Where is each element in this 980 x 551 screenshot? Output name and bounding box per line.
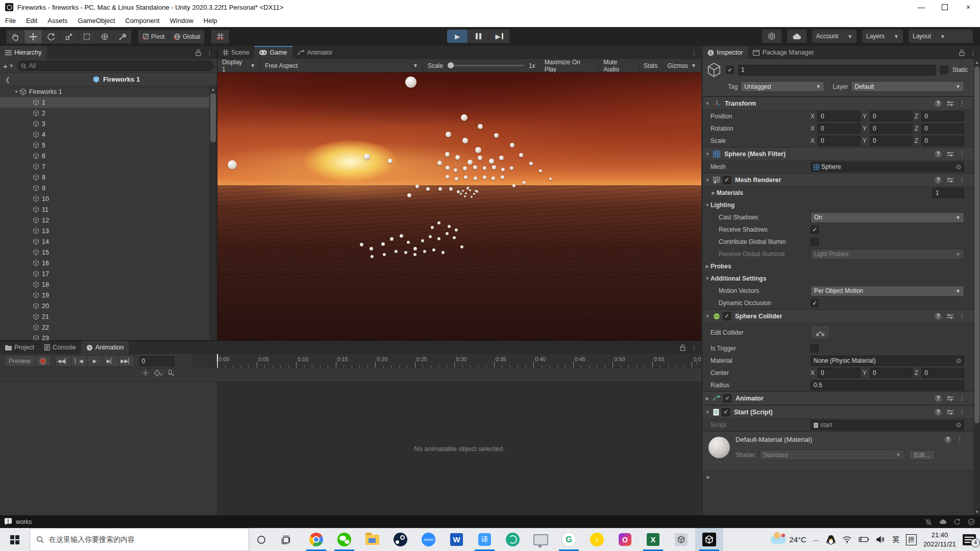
- game-toolbar-maximize-on-play[interactable]: Maximize On Play: [540, 59, 599, 72]
- start-script-header[interactable]: ▼ ✓ Start (Script) ? ⋮: [702, 405, 980, 419]
- hierarchy-item-6[interactable]: 6: [0, 151, 217, 161]
- hierarchy-item-18[interactable]: 18: [0, 279, 217, 290]
- presets-icon[interactable]: [947, 177, 953, 183]
- prev-key-button[interactable]: ▏◀: [71, 355, 87, 367]
- hierarchy-item-11[interactable]: 11: [0, 204, 217, 215]
- scale-y-field[interactable]: 0: [870, 136, 913, 146]
- component-menu-icon[interactable]: ⋮: [959, 312, 965, 320]
- component-menu-icon[interactable]: ⋮: [959, 150, 965, 158]
- hierarchy-item-19[interactable]: 19: [0, 290, 217, 300]
- taskbar-clock[interactable]: 21:40 2022/11/21: [923, 531, 956, 548]
- game-viewport[interactable]: [217, 72, 701, 340]
- taskbar-app-unityeditor[interactable]: [695, 528, 723, 551]
- radius-field[interactable]: 0.5: [811, 380, 964, 390]
- notifications-muted-icon[interactable]: [925, 518, 932, 525]
- transform-header[interactable]: ▼ Transform ? ⋮: [702, 96, 980, 110]
- animator-header[interactable]: ▶ ✓ Animator ? ⋮: [702, 391, 980, 405]
- tab-package-manager[interactable]: Package Manager: [748, 46, 819, 59]
- help-icon[interactable]: ?: [944, 436, 951, 443]
- battery-icon[interactable]: [859, 536, 870, 543]
- wifi-icon[interactable]: [842, 536, 852, 543]
- lock-icon[interactable]: [680, 344, 685, 351]
- help-icon[interactable]: ?: [935, 177, 942, 184]
- mesh-object-field[interactable]: Sphere ⊙: [811, 162, 964, 172]
- presets-icon[interactable]: [947, 313, 953, 319]
- taskbar-app-unityhub[interactable]: [667, 528, 695, 551]
- scale-slider[interactable]: [448, 65, 524, 66]
- goto-start-button[interactable]: ◀◀▏: [55, 355, 71, 367]
- hierarchy-item-5[interactable]: 5: [0, 140, 217, 151]
- minimize-button[interactable]: —: [910, 0, 933, 14]
- tab-scene[interactable]: Scene: [217, 46, 254, 59]
- layer-dropdown[interactable]: Default▼: [851, 81, 964, 92]
- taskbar-app-qqmusic[interactable]: ♪: [583, 528, 611, 551]
- ime-pinyin-indicator[interactable]: 拼: [906, 534, 917, 545]
- refresh-icon[interactable]: [954, 518, 961, 525]
- hierarchy-item-14[interactable]: 14: [0, 236, 217, 247]
- record-button[interactable]: [35, 355, 51, 367]
- cloud-collab-button[interactable]: [787, 30, 806, 43]
- rotation-y-field[interactable]: 0: [870, 123, 913, 134]
- scrollbar-thumb[interactable]: [974, 66, 979, 423]
- menu-assets[interactable]: Assets: [42, 14, 72, 27]
- hierarchy-item-8[interactable]: 8: [0, 172, 217, 183]
- script-enabled-checkbox[interactable]: ✓: [722, 408, 730, 416]
- materials-count-field[interactable]: 1: [933, 188, 964, 198]
- menu-file[interactable]: File: [0, 14, 21, 27]
- timeline-ruler[interactable]: ⋮ 0:000:050:100:150:200:250:300:350:400:…: [193, 354, 701, 368]
- taskbar-app-excel[interactable]: X: [639, 528, 667, 551]
- collider-enabled-checkbox[interactable]: ✓: [723, 312, 731, 320]
- taskbar-app-snip[interactable]: [527, 528, 555, 551]
- move-tool-button[interactable]: [24, 30, 42, 44]
- object-picker-icon[interactable]: ⊙: [956, 421, 961, 429]
- anim-play-button[interactable]: ▶: [87, 355, 103, 367]
- position-y-field[interactable]: 0: [870, 111, 913, 121]
- tab-game[interactable]: Game: [254, 46, 292, 59]
- preview-toggle[interactable]: Preview: [4, 355, 35, 367]
- game-toolbar-stats[interactable]: Stats: [639, 59, 663, 72]
- hierarchy-item-17[interactable]: 17: [0, 268, 217, 279]
- taskbar-app-explorer[interactable]: [358, 528, 386, 551]
- tab-animator[interactable]: Animator: [292, 46, 338, 59]
- animator-enabled-checkbox[interactable]: ✓: [723, 394, 731, 403]
- tag-dropdown[interactable]: Untagged▼: [741, 81, 824, 92]
- collab-status-icon[interactable]: [939, 519, 947, 524]
- transform-tool-button[interactable]: [95, 30, 113, 44]
- aspect-dropdown[interactable]: Free Aspect▼: [260, 59, 423, 72]
- foldout-icon[interactable]: ▼: [704, 410, 710, 415]
- receive-gi-dropdown[interactable]: Light Probes▼: [811, 249, 964, 260]
- create-object-button[interactable]: + ▼: [3, 62, 14, 70]
- taskbar-app-chrome[interactable]: [302, 528, 330, 551]
- component-menu-icon[interactable]: ⋮: [959, 408, 965, 416]
- tab-console[interactable]: Console: [39, 341, 81, 354]
- active-checkbox[interactable]: ✓: [726, 66, 734, 74]
- hierarchy-root-item[interactable]: ▼ Fireworks 1: [0, 86, 217, 97]
- shader-dropdown[interactable]: Standard▼: [760, 449, 904, 460]
- pivot-toggle[interactable]: Pivot: [138, 30, 169, 44]
- hierarchy-item-16[interactable]: 16: [0, 258, 217, 268]
- probes-foldout[interactable]: ▶ Probes: [702, 260, 980, 272]
- is-trigger-checkbox[interactable]: [811, 344, 819, 353]
- taskbar-app-wechat[interactable]: [330, 528, 358, 551]
- taskbar-app-opera[interactable]: O: [611, 528, 639, 551]
- hierarchy-item-12[interactable]: 12: [0, 215, 217, 226]
- tray-expand-icon[interactable]: ︿: [813, 535, 820, 544]
- component-menu-icon[interactable]: ⋮: [959, 176, 965, 184]
- hierarchy-scrollbar[interactable]: ▲: [209, 86, 217, 340]
- layout-dropdown[interactable]: Layout▼: [909, 30, 973, 43]
- taskbar-app-grammarly[interactable]: G: [555, 528, 583, 551]
- component-menu-icon[interactable]: ⋮: [959, 99, 965, 107]
- presets-icon[interactable]: [947, 101, 953, 107]
- taskbar-app-zoom[interactable]: zoom: [414, 528, 443, 551]
- rotation-x-field[interactable]: 0: [818, 123, 861, 134]
- hand-tool-button[interactable]: [6, 30, 24, 44]
- contribute-gi-checkbox[interactable]: [811, 238, 819, 246]
- lighting-foldout[interactable]: ▼ Lighting: [702, 199, 980, 211]
- hierarchy-item-7[interactable]: 7: [0, 161, 217, 172]
- hierarchy-item-20[interactable]: 20: [0, 300, 217, 311]
- foldout-icon[interactable]: ▶: [704, 264, 710, 269]
- global-toggle[interactable]: Global: [169, 30, 205, 44]
- lock-icon[interactable]: [959, 49, 965, 56]
- inspector-menu-icon[interactable]: ⋮: [970, 49, 976, 57]
- status-message[interactable]: works: [16, 518, 32, 525]
